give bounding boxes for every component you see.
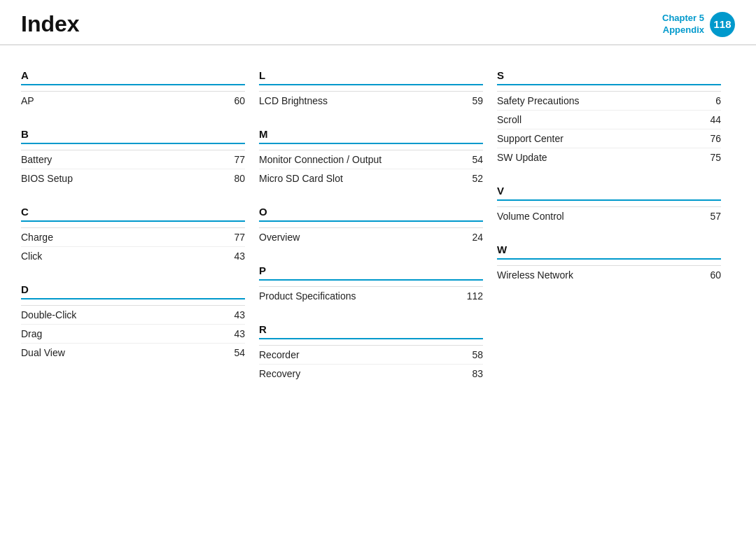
index-term: Recovery bbox=[259, 368, 300, 379]
index-entry: Double-Click43 bbox=[21, 306, 245, 325]
section-M: MMonitor Connection / Output54Micro SD C… bbox=[259, 125, 483, 188]
index-page: 77 bbox=[224, 232, 245, 243]
section-rows: Volume Control57 bbox=[497, 206, 721, 225]
section-rows: LCD Brightness59 bbox=[259, 91, 483, 110]
index-page: 76 bbox=[700, 133, 721, 144]
index-term: Double-Click bbox=[21, 309, 76, 320]
index-page: 6 bbox=[700, 95, 721, 106]
section-V: VVolume Control57 bbox=[497, 182, 721, 225]
index-page: 60 bbox=[224, 95, 245, 106]
index-entry: Drag43 bbox=[21, 325, 245, 344]
section-divider bbox=[21, 143, 245, 144]
index-page: 75 bbox=[700, 152, 721, 163]
index-entry: Volume Control57 bbox=[497, 207, 721, 225]
index-entry: BIOS Setup80 bbox=[21, 169, 245, 188]
section-divider bbox=[259, 220, 483, 222]
index-page: 43 bbox=[224, 328, 245, 339]
column-3: SSafety Precautions6Scroll44Support Cent… bbox=[497, 66, 735, 398]
section-divider bbox=[21, 220, 245, 222]
index-entry: Charge77 bbox=[21, 228, 245, 247]
section-rows: Safety Precautions6Scroll44Support Cente… bbox=[497, 91, 721, 167]
section-S: SSafety Precautions6Scroll44Support Cent… bbox=[497, 66, 721, 167]
index-term: Scroll bbox=[497, 114, 522, 125]
section-letter: A bbox=[21, 66, 245, 81]
section-rows: Charge77Click43 bbox=[21, 227, 245, 265]
section-divider bbox=[259, 84, 483, 85]
index-term: Product Specifications bbox=[259, 290, 356, 302]
index-page: 83 bbox=[462, 368, 483, 379]
index-term: Dual View bbox=[21, 347, 65, 358]
index-entry: Monitor Connection / Output54 bbox=[259, 150, 483, 169]
section-B: BBattery77BIOS Setup80 bbox=[21, 125, 245, 188]
page-badge: 118 bbox=[710, 12, 735, 37]
index-content: AAP60BBattery77BIOS Setup80CCharge77Clic… bbox=[0, 45, 756, 412]
index-entry: Product Specifications112 bbox=[259, 287, 483, 305]
index-term: Micro SD Card Slot bbox=[259, 173, 343, 184]
section-divider bbox=[259, 143, 483, 144]
section-divider bbox=[21, 84, 245, 85]
index-page: 43 bbox=[224, 309, 245, 320]
index-entry: AP60 bbox=[21, 92, 245, 110]
section-rows: Monitor Connection / Output54Micro SD Ca… bbox=[259, 150, 483, 188]
index-page: 52 bbox=[462, 173, 483, 184]
section-divider bbox=[497, 199, 721, 201]
index-entry: Recovery83 bbox=[259, 365, 483, 383]
section-letter: C bbox=[21, 203, 245, 218]
index-page: 58 bbox=[462, 349, 483, 360]
index-term: LCD Brightness bbox=[259, 95, 328, 106]
index-page: 57 bbox=[700, 211, 721, 222]
index-page: 43 bbox=[224, 251, 245, 262]
column-2: LLCD Brightness59MMonitor Connection / O… bbox=[259, 66, 497, 398]
index-term: BIOS Setup bbox=[21, 173, 73, 184]
section-W: WWireless Network60 bbox=[497, 241, 721, 284]
index-entry: LCD Brightness59 bbox=[259, 92, 483, 110]
section-letter: W bbox=[497, 241, 721, 255]
section-letter: B bbox=[21, 125, 245, 140]
index-entry: Battery77 bbox=[21, 150, 245, 169]
section-letter: L bbox=[259, 66, 483, 81]
section-C: CCharge77Click43 bbox=[21, 203, 245, 265]
index-entry: Overview24 bbox=[259, 228, 483, 246]
section-rows: Product Specifications112 bbox=[259, 286, 483, 305]
index-page: 54 bbox=[224, 347, 245, 358]
section-A: AAP60 bbox=[21, 66, 245, 110]
index-entry: Click43 bbox=[21, 247, 245, 265]
section-O: OOverview24 bbox=[259, 203, 483, 246]
chapter-label: Chapter 5 Appendix bbox=[662, 13, 704, 36]
index-term: Monitor Connection / Output bbox=[259, 154, 382, 165]
index-entry: Micro SD Card Slot52 bbox=[259, 169, 483, 188]
section-letter: V bbox=[497, 182, 721, 197]
section-letter: D bbox=[21, 281, 245, 295]
section-rows: Double-Click43Drag43Dual View54 bbox=[21, 305, 245, 362]
section-divider bbox=[259, 338, 483, 339]
section-rows: Battery77BIOS Setup80 bbox=[21, 150, 245, 188]
section-rows: Recorder58Recovery83 bbox=[259, 345, 483, 383]
index-page: 24 bbox=[462, 232, 483, 243]
section-R: RRecorder58Recovery83 bbox=[259, 320, 483, 383]
index-term: Click bbox=[21, 251, 42, 262]
index-term: Charge bbox=[21, 232, 53, 243]
index-page: 44 bbox=[700, 114, 721, 125]
index-entry: Recorder58 bbox=[259, 346, 483, 365]
index-page: 112 bbox=[462, 290, 483, 302]
section-L: LLCD Brightness59 bbox=[259, 66, 483, 110]
index-term: Battery bbox=[21, 154, 52, 165]
section-letter: O bbox=[259, 203, 483, 218]
index-term: Overview bbox=[259, 232, 300, 243]
index-entry: Support Center76 bbox=[497, 129, 721, 148]
chapter-info: Chapter 5 Appendix 118 bbox=[662, 12, 735, 44]
section-divider bbox=[259, 279, 483, 281]
section-letter: P bbox=[259, 262, 483, 276]
section-rows: AP60 bbox=[21, 91, 245, 110]
index-entry: Wireless Network60 bbox=[497, 266, 721, 284]
index-page: 77 bbox=[224, 154, 245, 165]
index-term: Safety Precautions bbox=[497, 95, 580, 106]
index-entry: Scroll44 bbox=[497, 111, 721, 129]
section-rows: Wireless Network60 bbox=[497, 265, 721, 284]
index-term: SW Update bbox=[497, 152, 547, 163]
section-divider bbox=[497, 84, 721, 85]
index-entry: SW Update75 bbox=[497, 148, 721, 167]
index-entry: Safety Precautions6 bbox=[497, 92, 721, 111]
index-term: Volume Control bbox=[497, 211, 564, 222]
section-divider bbox=[21, 298, 245, 299]
